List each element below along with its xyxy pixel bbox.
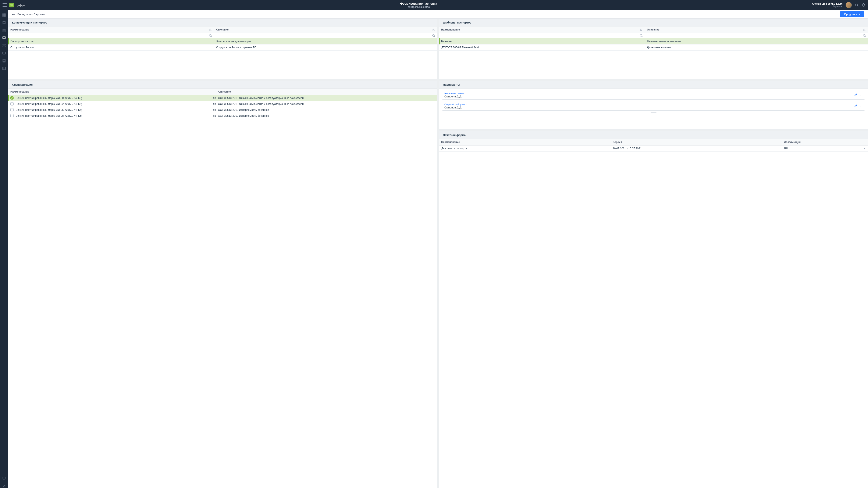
search-icon[interactable] [432, 34, 435, 37]
cell-name: ДТ ГОСТ 305-82 Летнее 0.2-40 [439, 44, 645, 51]
search-icon[interactable] [209, 34, 212, 37]
cell-name: Бензины [440, 38, 645, 44]
logo-icon [9, 3, 14, 7]
sort-icon [209, 28, 212, 31]
cell-name: Бензин неэтилированный марки АИ-95-К2 (К… [16, 108, 211, 111]
svg-point-22 [3, 485, 4, 486]
spec-col-name[interactable]: Наименование [8, 89, 216, 95]
checkbox[interactable] [10, 96, 13, 100]
svg-point-41 [640, 35, 642, 36]
sort-icon [432, 28, 435, 31]
toolbar: Вернуться к Партиям Продолжить [8, 10, 868, 19]
configs-panel: Конфигурации паспортов Наименование Опис… [8, 19, 437, 79]
svg-line-32 [211, 36, 212, 37]
signers-panel: Подписанты Начальник смены *Смиронв Д.Д.… [439, 81, 868, 129]
cell-desc: Бензины неэтилированные [645, 38, 868, 44]
table-row[interactable]: БензиныБензины неэтилированные [439, 38, 868, 44]
search-icon[interactable] [863, 34, 866, 37]
signer-field[interactable]: Старший лаборант *Смирнов Д.Д. [442, 102, 865, 110]
caret-down-icon [864, 148, 866, 150]
list-item[interactable]: Бензин неэтилированный марки АИ-80-К2 (К… [8, 95, 437, 101]
svg-point-23 [4, 485, 5, 486]
table-row[interactable]: Отгрузка по РоссииОтгрузка по Росии и ст… [8, 44, 437, 51]
cell-name: Бензин неэтилированный марки АИ-98-К2 (К… [16, 115, 211, 117]
svg-point-31 [209, 35, 211, 36]
list-item[interactable]: Бензин неэтилированный марки АИ-95-К2 (К… [8, 107, 437, 113]
table-row[interactable]: Для печати паспорта10.07.2021 - 10.07.20… [439, 145, 868, 152]
spec-col-desc[interactable]: Описание [216, 89, 437, 95]
nav-monitor-icon[interactable] [2, 36, 6, 40]
user-info[interactable]: Александр Грейам Белл Superuser [812, 2, 843, 8]
svg-rect-4 [5, 13, 5, 17]
print-panel: Печатная форма Наименование Версия Локал… [439, 131, 868, 488]
list-item[interactable]: Бензин неэтилированный марки АИ-92-К2 (К… [8, 101, 437, 107]
signer-label: Старший лаборант * [444, 103, 854, 106]
cell-name: Для печати паспорта [439, 145, 611, 152]
checkbox[interactable] [10, 108, 13, 111]
print-col-version[interactable]: Версия [611, 139, 782, 145]
svg-rect-19 [3, 67, 5, 70]
svg-marker-47 [864, 148, 865, 149]
locale-select[interactable]: RU [782, 145, 868, 152]
search-icon[interactable] [855, 3, 859, 7]
cell-desc: по ГОСТ 32513-2013 Физико-химические и э… [213, 102, 435, 105]
templates-filter-name[interactable] [441, 34, 640, 37]
svg-rect-13 [3, 52, 5, 55]
back-label: Вернуться к Партиям [18, 13, 45, 16]
templates-col-name[interactable]: Наименование [439, 27, 645, 33]
svg-line-44 [865, 36, 866, 37]
nav-list-icon[interactable] [2, 59, 6, 63]
back-button[interactable]: Вернуться к Партиям [12, 13, 45, 16]
nav-server-icon[interactable] [2, 44, 6, 47]
nav-doc-icon[interactable] [2, 28, 6, 32]
table-row[interactable]: ДТ ГОСТ 305-82 Летнее 0.2-40Дизельное то… [439, 44, 868, 51]
hamburger-menu[interactable] [3, 3, 7, 7]
svg-rect-2 [3, 13, 3, 17]
checkbox[interactable] [10, 114, 13, 117]
configs-filter-name[interactable] [10, 34, 209, 37]
nav-book-icon[interactable] [2, 21, 6, 25]
list-item[interactable]: Бензин неэтилированный марки АИ-98-К2 (К… [8, 113, 437, 119]
brush-icon[interactable] [854, 93, 858, 97]
avatar[interactable] [845, 2, 852, 8]
svg-rect-12 [3, 46, 5, 47]
svg-marker-45 [860, 95, 862, 96]
continue-button[interactable]: Продолжить [840, 11, 864, 18]
brush-icon[interactable] [854, 104, 858, 108]
signer-field[interactable]: Начальник смены *Смиронв Д.Д. [442, 91, 865, 100]
svg-line-42 [642, 36, 643, 37]
templates-filter-desc[interactable] [647, 34, 863, 37]
configs-title: Конфигурации паспортов [8, 19, 437, 27]
checkbox[interactable] [10, 102, 13, 105]
configs-filter-desc[interactable] [216, 34, 432, 37]
chevron-down-icon[interactable] [859, 104, 863, 108]
svg-line-34 [434, 36, 435, 37]
brand-logo[interactable]: цифра [9, 3, 25, 7]
nav-shield-icon[interactable] [2, 477, 6, 480]
chevron-down-icon[interactable] [859, 93, 863, 97]
user-name: Александр Грейам Белл [812, 2, 843, 5]
nav-users-icon[interactable] [2, 484, 6, 488]
bell-icon[interactable] [862, 3, 865, 7]
table-row[interactable]: Паспорт на партиюКонфигурация для паспор… [8, 38, 437, 44]
nav-card-icon[interactable] [2, 51, 6, 55]
cell-desc: Дизельное топливо [645, 44, 868, 51]
nav-dashboard-icon[interactable] [2, 13, 6, 17]
cell-desc: по ГОСТ 32513-2013 Испаряемость бензинов [213, 108, 435, 111]
user-role: Superuser [812, 5, 843, 8]
sort-icon [640, 28, 643, 31]
nav-table-icon[interactable] [2, 66, 6, 70]
svg-line-1 [858, 6, 858, 6]
configs-col-name[interactable]: Наименование [8, 27, 214, 33]
svg-point-0 [856, 4, 858, 6]
configs-col-desc[interactable]: Описание [214, 27, 437, 33]
search-icon[interactable] [640, 34, 643, 37]
brand-text: цифра [16, 3, 25, 7]
svg-point-33 [433, 35, 434, 36]
print-col-locale[interactable]: Локализация [782, 139, 868, 145]
templates-col-desc[interactable]: Описание [645, 27, 868, 33]
svg-rect-3 [4, 13, 5, 17]
signer-value: Смиронв Д.Д. [444, 95, 854, 98]
print-col-name[interactable]: Наименование [439, 139, 611, 145]
signer-label: Начальник смены * [444, 92, 854, 95]
